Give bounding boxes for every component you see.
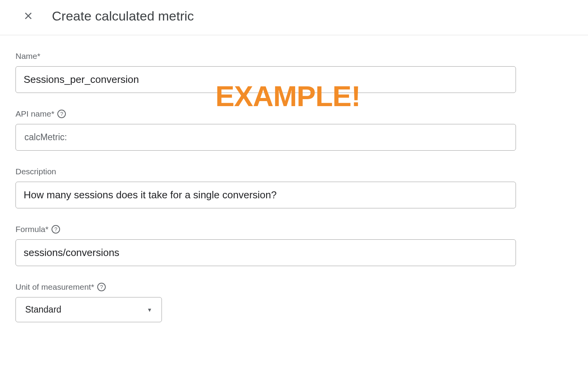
help-icon[interactable]: ? — [57, 110, 66, 118]
name-label-text: Name* — [15, 52, 40, 61]
formula-label-text: Formula* — [15, 225, 48, 234]
name-input[interactable] — [15, 66, 516, 93]
page-title: Create calculated metric — [52, 9, 194, 24]
api-name-label: API name* ? — [15, 109, 516, 119]
description-input[interactable] — [15, 182, 516, 208]
form-container: Name* API name* ? calcMetric: Descriptio… — [0, 35, 531, 354]
dialog-header: Create calculated metric — [0, 0, 588, 35]
formula-label: Formula* ? — [15, 225, 516, 234]
description-label-text: Description — [15, 167, 56, 176]
api-name-prefix: calcMetric: — [24, 132, 67, 143]
description-field-group: Description — [15, 167, 516, 208]
api-name-label-text: API name* — [15, 109, 54, 119]
unit-label-text: Unit of measurement* — [15, 282, 94, 292]
unit-selected-value: Standard — [25, 304, 61, 315]
unit-select[interactable]: Standard ▼ — [15, 297, 162, 322]
help-icon[interactable]: ? — [97, 283, 106, 291]
unit-label: Unit of measurement* ? — [15, 282, 516, 292]
unit-field-group: Unit of measurement* ? Standard ▼ — [15, 282, 516, 322]
close-button[interactable] — [20, 8, 36, 24]
close-icon — [23, 11, 33, 21]
help-icon[interactable]: ? — [52, 225, 60, 234]
api-name-input[interactable]: calcMetric: — [15, 124, 516, 151]
formula-input[interactable] — [15, 239, 516, 266]
formula-field-group: Formula* ? — [15, 225, 516, 266]
name-label: Name* — [15, 52, 516, 61]
api-name-field-group: API name* ? calcMetric: — [15, 109, 516, 151]
description-label: Description — [15, 167, 516, 176]
name-field-group: Name* — [15, 52, 516, 93]
chevron-down-icon: ▼ — [147, 307, 152, 313]
